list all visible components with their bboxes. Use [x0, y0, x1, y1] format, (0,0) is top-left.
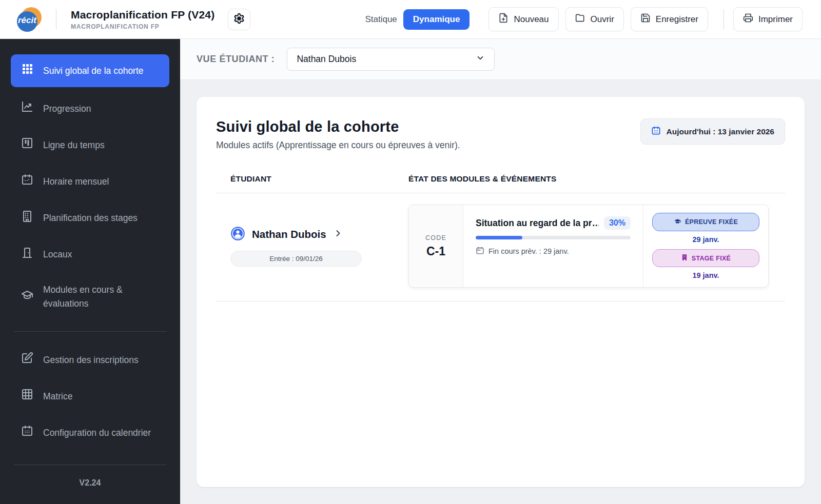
print-button[interactable]: Imprimer — [733, 7, 803, 31]
mode-dynamic-button[interactable]: Dynamique — [403, 9, 470, 30]
header-separator — [724, 9, 724, 30]
sidebar-item-label: Planification des stages — [43, 211, 138, 225]
app-title: Macroplanification FP (V24) — [71, 9, 214, 21]
sidebar-item-matrice[interactable]: Matrice — [11, 381, 169, 411]
stage-badge: STAGE FIXÉ — [652, 249, 759, 267]
sidebar-item-locaux[interactable]: Locaux — [11, 240, 169, 270]
door-icon — [21, 247, 33, 263]
column-header-state: ÉTAT DES MODULES & ÉVÉNEMENTS — [408, 174, 785, 184]
sidebar-item-label: Ligne du temps — [43, 138, 105, 152]
edit-icon — [21, 352, 33, 368]
calendar-icon — [21, 173, 33, 190]
mode-static-button[interactable]: Statique — [359, 10, 403, 29]
sidebar-item-label: Configuration du calendrier — [43, 426, 151, 440]
student-view-toolbar: VUE ÉTUDIANT : Nathan Dubois — [180, 39, 821, 80]
mode-toggle: Statique Dynamique — [359, 9, 470, 30]
printer-icon — [743, 13, 753, 26]
calendar-blue-icon — [651, 126, 661, 137]
entry-date-pill: Entrée : 09/01/26 — [230, 251, 362, 267]
today-badge-label: Aujourd'hui : 13 janvier 2026 — [667, 127, 774, 136]
epreuve-date: 29 janv. — [692, 235, 719, 244]
page-subtitle: Modules actifs (Apprentissage en cours o… — [216, 140, 460, 151]
building-small-icon — [681, 254, 688, 263]
avatar — [230, 226, 245, 243]
save-button[interactable]: Enregistrer — [631, 7, 708, 31]
sidebar-item-ligne-du-temps[interactable]: Ligne du temps — [11, 130, 169, 160]
main-area: Suivi global de la cohorte Modules actif… — [180, 80, 821, 504]
module-card[interactable]: CODE C-1 Situation au regard de la pr… 3… — [408, 205, 769, 288]
page-title: Suivi global de la cohorte — [216, 118, 460, 135]
grid-icon — [21, 63, 33, 79]
app-header: récit Macroplanification FP (V24) MACROP… — [0, 0, 821, 39]
building-icon — [21, 210, 33, 227]
student-select[interactable]: Nathan Dubois — [287, 48, 495, 71]
column-header-student: ÉTUDIANT — [230, 174, 408, 184]
sidebar-item-label: Horaire mensuel — [43, 175, 109, 189]
epreuve-badge: ÉPREUVE FIXÉE — [652, 213, 759, 231]
table-header: ÉTUDIANT ÉTAT DES MODULES & ÉVÉNEMENTS — [216, 174, 785, 193]
chevron-right-icon[interactable] — [333, 228, 343, 240]
timeline-icon — [21, 137, 33, 153]
calendar-small-icon — [476, 246, 484, 256]
student-cell: Nathan Dubois Entrée : 09/01/26 — [230, 226, 408, 267]
logo-text: récit — [18, 15, 36, 26]
module-code: C-1 — [426, 245, 445, 258]
module-state-cell: CODE C-1 Situation au regard de la pr… 3… — [408, 205, 785, 288]
cohort-card: Suivi global de la cohorte Modules actif… — [197, 97, 805, 487]
sidebar-footer-divider — [14, 465, 166, 465]
new-button[interactable]: Nouveau — [488, 7, 558, 31]
sidebar-item-label: Progression — [43, 102, 91, 116]
sidebar-item-label: Suivi global de la cohorte — [43, 64, 144, 78]
sidebar-item-gestion-inscriptions[interactable]: Gestion des inscriptions — [11, 345, 169, 375]
today-badge: Aujourd'hui : 13 janvier 2026 — [640, 118, 785, 145]
header-divider — [56, 9, 56, 30]
graduation-cap-icon — [21, 289, 33, 305]
open-button-label: Ouvrir — [591, 14, 614, 25]
open-button[interactable]: Ouvrir — [565, 7, 624, 31]
sidebar-item-planification-stages[interactable]: Planification des stages — [11, 204, 169, 233]
stage-date: 19 janv. — [692, 271, 719, 279]
recit-logo: récit — [17, 7, 42, 32]
module-code-label: CODE — [425, 234, 446, 241]
sidebar-item-label: Gestion des inscriptions — [43, 353, 139, 367]
sidebar-item-progression[interactable]: Progression — [11, 94, 169, 124]
epreuve-badge-label: ÉPREUVE FIXÉE — [685, 218, 738, 226]
file-plus-icon — [498, 13, 509, 26]
sidebar-item-configuration-calendrier[interactable]: Configuration du calendrier — [11, 418, 169, 448]
module-events: ÉPREUVE FIXÉE 29 janv. STAGE — [643, 205, 768, 287]
progress-bar — [476, 236, 631, 239]
table-row: Nathan Dubois Entrée : 09/01/26 CODE C-1 — [216, 193, 785, 301]
sidebar-item-modules-evaluations[interactable]: Modules en cours & évaluations — [11, 276, 169, 317]
save-button-label: Enregistrer — [656, 14, 698, 25]
student-view-label: VUE ÉTUDIANT : — [197, 54, 275, 65]
sidebar-divider — [14, 331, 166, 332]
app-version: V2.24 — [11, 478, 169, 495]
gear-icon — [233, 13, 245, 26]
new-button-label: Nouveau — [514, 14, 549, 25]
save-icon — [640, 13, 651, 26]
student-select-value: Nathan Dubois — [297, 54, 356, 65]
stage-badge-label: STAGE FIXÉ — [692, 255, 731, 262]
settings-button[interactable] — [228, 9, 250, 30]
table-icon — [21, 388, 33, 405]
module-main: Situation au regard de la pr… 30% — [463, 205, 643, 287]
module-code-block: CODE C-1 — [409, 205, 463, 287]
folder-icon — [575, 13, 585, 26]
student-name: Nathan Dubois — [252, 228, 326, 240]
sidebar-footer: V2.24 — [11, 465, 169, 495]
progress-bar-fill — [476, 236, 522, 239]
sidebar-item-label: Matrice — [43, 390, 72, 404]
calendar-config-icon — [21, 425, 33, 441]
graduation-cap-small-icon — [674, 217, 681, 227]
chevron-down-icon — [476, 53, 485, 65]
sidebar-item-label: Locaux — [43, 248, 72, 261]
sidebar-item-horaire-mensuel[interactable]: Horaire mensuel — [11, 167, 169, 196]
sidebar-item-label: Modules en cours & évaluations — [43, 283, 162, 311]
sidebar-item-suivi-global[interactable]: Suivi global de la cohorte — [11, 54, 169, 87]
line-chart-icon — [21, 100, 33, 117]
sidebar: Suivi global de la cohorte Progression L… — [0, 39, 180, 504]
module-title: Situation au regard de la pr… — [476, 218, 599, 229]
progress-percentage: 30% — [604, 216, 631, 230]
app-subtitle: MACROPLANIFICATION FP — [71, 23, 214, 30]
module-end-date: Fin cours prèv. : 29 janv. — [488, 247, 569, 255]
